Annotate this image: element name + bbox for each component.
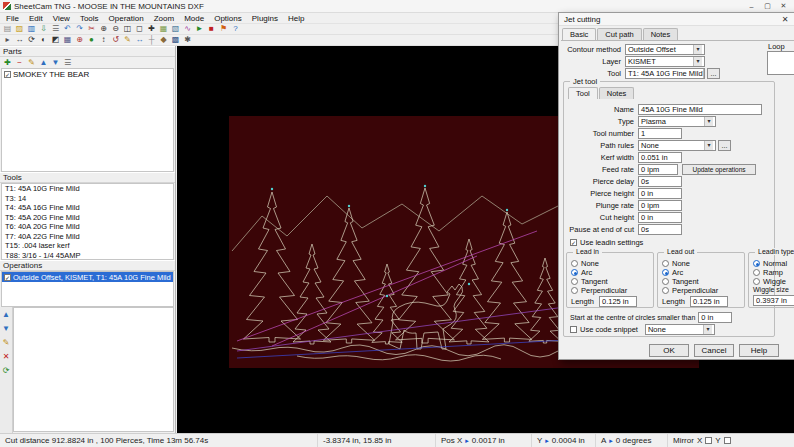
tool-list-item[interactable]: T7: 40A 22G Fine Mild (2, 232, 173, 242)
layers-icon[interactable]: ▩ (170, 35, 181, 45)
array-icon[interactable]: ▦ (62, 35, 73, 45)
tool-number-input[interactable]: 1 (638, 128, 682, 139)
lead-out-option[interactable]: None (658, 259, 744, 268)
origin-icon[interactable]: ⊕ (74, 35, 85, 45)
operation-delete-icon[interactable]: ✕ (1, 352, 12, 362)
lead-in-option[interactable]: Arc (567, 268, 653, 277)
open-job-icon[interactable]: ▨ (14, 24, 25, 34)
pierce-height-input[interactable]: 0 in (638, 188, 682, 199)
lead-in-length-input[interactable]: 0.125 in (599, 296, 637, 307)
menu-item[interactable]: Operation (104, 14, 149, 23)
grid-icon[interactable]: ┼ (146, 35, 157, 45)
lead-in-option[interactable]: None (567, 259, 653, 268)
cut-icon[interactable]: ✂ (86, 24, 97, 34)
print-icon[interactable]: ☰ (50, 24, 61, 34)
code-snippet-select[interactable]: None (645, 324, 715, 335)
tool-list-item[interactable]: T6: 40A 20G Fine Mild (2, 222, 173, 232)
edit-contour-icon[interactable]: ✎ (122, 35, 133, 45)
menu-item[interactable]: Plugins (247, 14, 283, 23)
leadin-type-option[interactable]: Wiggle (749, 277, 794, 286)
dialog-tab[interactable]: Notes (643, 28, 679, 40)
pan-icon[interactable]: ✚ (146, 24, 157, 34)
help-icon[interactable]: ? (230, 24, 241, 34)
maximize-icon[interactable]: ▢ (760, 1, 775, 12)
remove-part-icon[interactable]: − (14, 58, 25, 68)
show-material-icon[interactable]: ▦ (158, 24, 169, 34)
tool-list-item[interactable]: T1: 45A 10G Fine Mild (2, 184, 173, 194)
mirror-x-checkbox[interactable] (705, 437, 712, 444)
post-process-icon[interactable]: ⚑ (218, 24, 229, 34)
code-snippet-checkbox[interactable] (570, 326, 577, 333)
scale-part-icon[interactable]: ◩ (50, 35, 61, 45)
start-point-icon[interactable]: ● (86, 35, 97, 45)
loop-box[interactable] (767, 51, 794, 75)
undo-icon[interactable]: ↶ (62, 24, 73, 34)
zoom-fit-icon[interactable]: ◻ (134, 24, 145, 34)
tool-browse-button[interactable]: ... (707, 68, 720, 79)
menu-item[interactable]: Zoom (149, 14, 179, 23)
operation-refresh-icon[interactable]: ⟳ (1, 366, 12, 376)
name-input[interactable]: 45A 10G Fine Mild (638, 104, 762, 115)
path-rules-select[interactable]: None (638, 140, 716, 151)
operation-up-icon[interactable]: ▲ (1, 310, 12, 320)
tool-list-item[interactable]: T4: 45A 16G Fine Mild (2, 203, 173, 213)
lead-out-option[interactable]: Perpendicular (658, 286, 744, 295)
cancel-button[interactable]: Cancel (694, 344, 734, 357)
import-drawing-icon[interactable]: ⇩ (38, 24, 49, 34)
show-paths-icon[interactable]: ∿ (182, 24, 193, 34)
plunge-rate-input[interactable]: 0 ipm (638, 200, 682, 211)
update-operations-button[interactable]: Update operations (682, 164, 756, 175)
zoom-out-icon[interactable]: ⊖ (110, 24, 121, 34)
leadin-type-option[interactable]: Ramp (749, 268, 794, 277)
mirror-part-icon[interactable]: ◐ (38, 35, 49, 45)
cut-height-input[interactable]: 0 in (638, 212, 682, 223)
dialog-tab[interactable]: Cut path (597, 28, 641, 40)
path-rules-browse-button[interactable]: ... (718, 140, 731, 151)
wiggle-size-input[interactable]: 0.3937 in (753, 295, 794, 306)
lead-out-option[interactable]: Tangent (658, 277, 744, 286)
move-part-icon[interactable]: ↔ (14, 35, 25, 45)
show-parts-icon[interactable]: ▧ (170, 24, 181, 34)
ok-button[interactable]: OK (649, 344, 689, 357)
tool-select[interactable]: T1: 45A 10G Fine Mild (625, 68, 705, 79)
jet-tool-tab[interactable]: Notes (599, 87, 635, 99)
lead-out-length-input[interactable]: 0.125 in (690, 296, 728, 307)
snap-icon[interactable]: ◆ (158, 35, 169, 45)
tool-list-item[interactable]: T15: .004 laser kerf (2, 241, 173, 251)
tool-list-item[interactable]: T3: 14 (2, 194, 173, 204)
pause-end-input[interactable]: 0s (638, 224, 682, 235)
mirror-y-checkbox[interactable] (724, 437, 731, 444)
menu-item[interactable]: Tools (75, 14, 104, 23)
part-down-icon[interactable]: ▼ (50, 58, 61, 68)
simulate-icon[interactable]: ► (194, 24, 205, 34)
add-part-icon[interactable]: ✚ (2, 58, 13, 68)
options-icon[interactable]: ✱ (182, 35, 193, 45)
chevron-down-icon[interactable] (693, 57, 702, 66)
lead-in-option[interactable]: Tangent (567, 277, 653, 286)
zoom-in-icon[interactable]: ⊕ (98, 24, 109, 34)
operation-edit-icon[interactable]: ✎ (1, 338, 12, 348)
pierce-delay-input[interactable]: 0s (638, 176, 682, 187)
save-job-icon[interactable]: ▥ (26, 24, 37, 34)
feed-rate-input[interactable]: 0 ipm (638, 164, 678, 175)
use-leadin-checkbox[interactable] (570, 239, 577, 246)
help-button[interactable]: Help (739, 344, 779, 357)
jet-tool-tab[interactable]: Tool (568, 87, 598, 99)
redo-icon[interactable]: ↷ (74, 24, 85, 34)
select-icon[interactable]: ▸ (2, 35, 13, 45)
contour-method-select[interactable]: Outside Offset (625, 44, 705, 55)
layer-select[interactable]: KISMET (625, 56, 705, 67)
chevron-down-icon[interactable] (703, 325, 712, 334)
part-checkbox[interactable] (4, 71, 11, 78)
part-tree-item[interactable]: SMOKEY THE BEAR (2, 69, 173, 80)
chevron-down-icon[interactable] (704, 141, 713, 150)
zoom-window-icon[interactable]: ◫ (122, 24, 133, 34)
operation-list-item[interactable]: Outside Offset, KISMET, T1: 45A 10G Fine… (2, 272, 173, 282)
part-up-icon[interactable]: ▲ (38, 58, 49, 68)
rotate-part-icon[interactable]: ⟳ (26, 35, 37, 45)
tool-list-item[interactable]: T88: 3/16 - 1/4 45AMP (2, 251, 173, 261)
leadin-type-option[interactable]: Normal (749, 259, 794, 268)
stop-icon[interactable]: ■ (206, 24, 217, 34)
dialog-tab[interactable]: Basic (562, 28, 596, 40)
operation-down-icon[interactable]: ▼ (1, 324, 12, 334)
